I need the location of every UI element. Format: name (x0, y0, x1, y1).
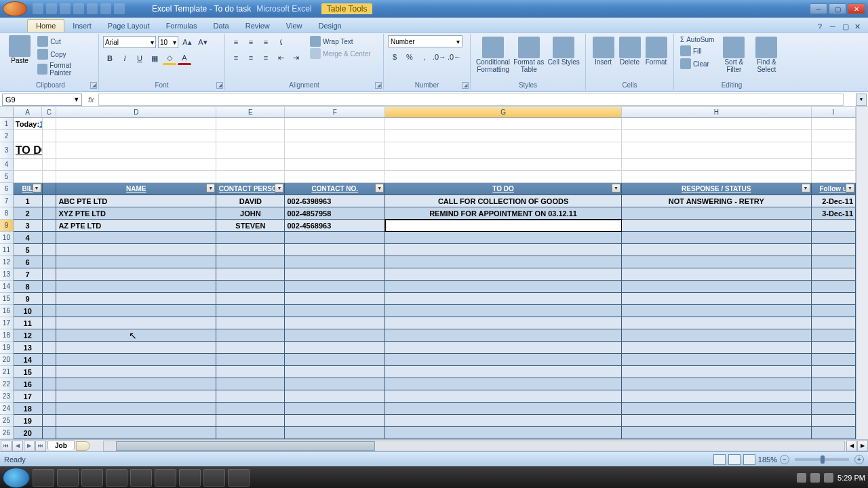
autosum-button[interactable]: ΣAutoSum (678, 35, 716, 44)
cell[interactable] (56, 244, 216, 256)
font-color-button[interactable]: A (178, 52, 191, 65)
taskbar-app4-icon[interactable] (179, 469, 201, 487)
row-header[interactable]: 10 (0, 232, 14, 244)
cell[interactable]: 2-Dec-11 (812, 195, 856, 207)
cell[interactable] (812, 329, 856, 342)
cell[interactable] (285, 427, 385, 439)
cell[interactable] (812, 317, 856, 329)
vertical-scrollbar[interactable] (856, 107, 868, 439)
clipboard-dialog-icon[interactable]: ◢ (90, 82, 97, 89)
start-button[interactable] (3, 468, 30, 488)
cell[interactable] (14, 171, 43, 183)
qat-undo-icon[interactable] (46, 3, 57, 14)
cell[interactable]: RESPONSE / STATUS▼ (622, 183, 812, 195)
filter-dropdown-icon[interactable]: ▼ (275, 184, 283, 192)
cell[interactable]: 9 (14, 293, 43, 305)
cell[interactable] (216, 329, 285, 342)
cell[interactable] (216, 354, 285, 366)
cell[interactable]: 3 (14, 220, 43, 232)
cell[interactable] (285, 244, 385, 256)
cell[interactable]: 3-Dec-11 (812, 207, 856, 220)
tab-view[interactable]: View (278, 20, 311, 32)
cell[interactable]: 5 (14, 244, 43, 256)
worksheet-grid[interactable]: ACDEFGHI 1Today: 1-Dec-1123TO DO TASK456… (0, 107, 856, 439)
cell[interactable]: 13 (14, 342, 43, 354)
cell[interactable] (216, 342, 285, 354)
format-as-table-button[interactable]: Format as Table (511, 35, 546, 75)
insert-cells-button[interactable]: Insert (590, 35, 616, 67)
cell[interactable] (622, 171, 812, 183)
last-sheet-button[interactable]: ⏭ (35, 441, 46, 451)
column-header-I[interactable]: I (812, 107, 856, 117)
cell[interactable]: 12 (14, 329, 43, 342)
cell[interactable] (812, 171, 856, 183)
taskbar-app1-icon[interactable] (106, 469, 127, 487)
name-box[interactable]: G9▾ (2, 94, 82, 106)
cell[interactable]: CONTACT PERSON▼ (216, 183, 285, 195)
cell[interactable]: 17 (14, 390, 43, 403)
cell[interactable] (216, 268, 285, 281)
cell[interactable] (216, 366, 285, 378)
delete-cells-button[interactable]: Delete (616, 35, 643, 67)
row-header[interactable]: 25 (0, 415, 14, 427)
cell[interactable] (216, 281, 285, 293)
scroll-left-button[interactable]: ◀ (846, 441, 857, 451)
taskbar-ie-icon[interactable] (33, 469, 54, 487)
cell[interactable] (812, 268, 856, 281)
tab-page-layout[interactable]: Page Layout (100, 20, 158, 32)
cell[interactable] (285, 403, 385, 415)
cell[interactable] (285, 305, 385, 317)
cell[interactable] (43, 427, 57, 439)
row-header[interactable]: 18 (0, 329, 14, 342)
minimize-button[interactable]: ─ (810, 3, 827, 14)
row-header[interactable]: 22 (0, 378, 14, 390)
cell[interactable]: Follow u▼ (812, 183, 856, 195)
cell[interactable] (812, 354, 856, 366)
cell[interactable] (385, 281, 622, 293)
filter-dropdown-icon[interactable]: ▼ (846, 184, 854, 192)
cell[interactable] (285, 354, 385, 366)
cell[interactable] (812, 390, 856, 403)
zoom-level[interactable]: 185% (758, 455, 777, 464)
cell[interactable] (622, 130, 812, 142)
cell[interactable] (622, 378, 812, 390)
cell[interactable] (56, 390, 216, 403)
cell[interactable] (43, 130, 57, 142)
cell[interactable] (385, 305, 622, 317)
row-header[interactable]: 24 (0, 403, 14, 415)
cell[interactable] (285, 329, 385, 342)
cell[interactable] (385, 342, 622, 354)
cell[interactable] (622, 232, 812, 244)
cell[interactable] (216, 118, 285, 130)
cell[interactable] (285, 256, 385, 268)
cell[interactable] (43, 142, 57, 159)
align-middle-button[interactable]: ≡ (244, 35, 258, 49)
cell[interactable] (385, 378, 622, 390)
cell[interactable]: 8 (14, 281, 43, 293)
cell[interactable]: ABC PTE LTD (56, 195, 216, 207)
row-header[interactable]: 4 (0, 159, 14, 171)
percent-format-button[interactable]: % (403, 50, 416, 64)
cell[interactable] (285, 232, 385, 244)
cell[interactable] (43, 366, 57, 378)
row-header[interactable]: 19 (0, 342, 14, 354)
cell[interactable] (56, 305, 216, 317)
page-layout-view-button[interactable] (728, 454, 741, 465)
taskbar-media-icon[interactable] (81, 469, 103, 487)
increase-decimal-button[interactable]: .0→ (433, 50, 446, 64)
taskbar-app5-icon[interactable] (203, 469, 225, 487)
number-format-select[interactable]: Number▾ (388, 35, 462, 47)
first-sheet-button[interactable]: ⏮ (1, 441, 12, 451)
format-cells-button[interactable]: Format (643, 35, 669, 67)
cell[interactable] (385, 390, 622, 403)
cell[interactable] (56, 427, 216, 439)
cell[interactable] (43, 415, 57, 427)
cell[interactable] (216, 305, 285, 317)
expand-formula-bar-icon[interactable]: ▾ (856, 94, 867, 106)
cell[interactable] (43, 342, 57, 354)
clock[interactable]: 5:29 PM (837, 474, 865, 482)
cell[interactable] (622, 342, 812, 354)
taskbar-app3-icon[interactable] (155, 469, 176, 487)
cell[interactable] (812, 159, 856, 171)
cell[interactable] (622, 390, 812, 403)
